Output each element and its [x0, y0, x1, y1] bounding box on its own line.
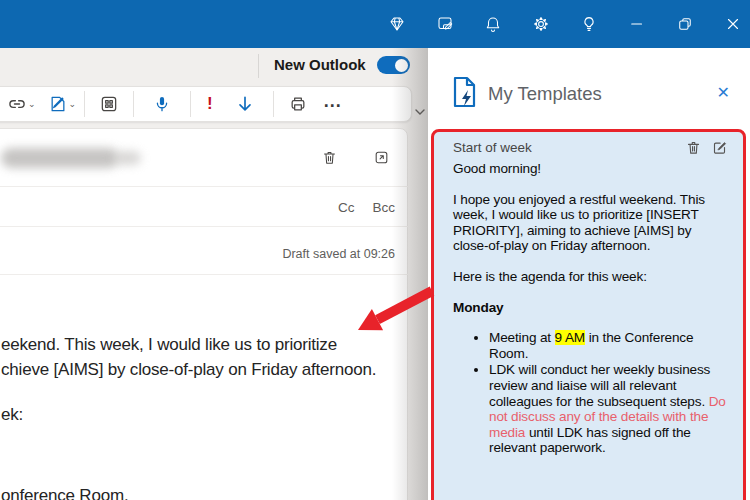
new-outlook-toggle[interactable] [377, 56, 410, 74]
template-agenda-intro: Here is the agenda for this week: [453, 269, 727, 285]
templates-addin-icon [451, 76, 478, 108]
apps-grid-icon[interactable] [91, 89, 127, 119]
compose-toolbar: ⌄ ⌄ ! [0, 86, 412, 122]
template-title: Start of week [453, 140, 675, 155]
template-paragraph: I hope you enjoyed a restful weekend. Th… [453, 192, 727, 254]
bullet-text: LDK will conduct her weekly business rev… [489, 362, 710, 408]
my-templates-panel: My Templates ✕ Start of week Good mornin… [428, 48, 750, 500]
header-divider [258, 54, 259, 78]
ccbcc-links: Cc Bcc [338, 200, 395, 215]
template-card-header: Start of week [453, 140, 727, 155]
delete-template-trash-icon[interactable] [686, 140, 701, 155]
settings-gear-icon[interactable] [531, 15, 550, 34]
cc-link[interactable]: Cc [338, 200, 355, 215]
minimize-icon[interactable] [627, 15, 646, 34]
print-icon[interactable] [280, 89, 316, 119]
bullet-text: Meeting at [489, 330, 555, 345]
template-greeting: Good morning! [453, 161, 727, 177]
insert-link-icon[interactable] [7, 89, 27, 119]
open-in-new-window-icon[interactable] [373, 149, 390, 166]
new-outlook-row: New Outlook [0, 48, 430, 86]
email-body-line[interactable]: chieve [AIMS] by close-of-play on Friday… [1, 360, 376, 380]
chevron-down-icon[interactable]: ⌄ [28, 99, 36, 109]
window-titlebar [0, 0, 750, 48]
signature-pen-icon[interactable] [48, 89, 68, 119]
more-options-icon[interactable]: ... [316, 89, 352, 119]
email-body-line[interactable]: ek: [1, 405, 23, 425]
premium-gem-icon[interactable] [387, 15, 406, 34]
template-bullet: Meeting at 9 AM in the Conference Room. [489, 330, 727, 361]
notifications-bell-icon[interactable] [483, 15, 502, 34]
new-outlook-label: New Outlook [274, 56, 366, 73]
toolbar-divider [84, 91, 85, 117]
email-body-line[interactable]: onference Room. [1, 486, 128, 500]
feedback-note-icon[interactable] [435, 15, 454, 34]
template-day-heading: Monday [453, 300, 727, 316]
recipient-redacted [115, 151, 141, 165]
email-body-line[interactable]: eekend. This week, I would like us to pr… [1, 335, 337, 355]
field-divider [0, 226, 409, 227]
mail-workspace: New Outlook ⌄ ⌄ [0, 48, 430, 500]
edit-template-icon[interactable] [712, 140, 727, 155]
bcc-link[interactable]: Bcc [372, 200, 395, 215]
collapse-ribbon-chevron-icon[interactable] [412, 104, 428, 120]
tips-lightbulb-icon[interactable] [579, 15, 598, 34]
toolbar-divider [190, 91, 191, 117]
template-card-start-of-week[interactable]: Start of week Good morning! I hope you e… [431, 129, 746, 500]
toolbar-divider [133, 91, 134, 117]
recipient-redacted [1, 148, 119, 168]
toggle-knob [395, 59, 408, 72]
template-bullet: LDK will conduct her weekly business rev… [489, 362, 727, 456]
dictate-mic-icon[interactable] [140, 89, 184, 119]
close-window-icon[interactable] [723, 15, 742, 34]
importance-high-icon[interactable]: ! [197, 89, 223, 119]
draft-saved-status: Draft saved at 09:26 [282, 247, 395, 261]
template-bullet-list: Meeting at 9 AM in the Conference Room. … [489, 330, 727, 456]
field-divider [0, 186, 409, 187]
template-body: Good morning! I hope you enjoyed a restf… [453, 161, 727, 456]
move-down-arrow-icon[interactable] [223, 89, 267, 119]
discard-trash-icon[interactable] [321, 149, 338, 166]
compose-pane: Cc Bcc Draft saved at 09:26 eekend. This… [0, 128, 408, 500]
highlighted-text: 9 AM [555, 330, 585, 345]
toolbar-divider [273, 91, 274, 117]
panel-header: My Templates ✕ [428, 48, 750, 128]
restore-icon[interactable] [675, 15, 694, 34]
titlebar-icon-group [387, 0, 742, 48]
field-divider [0, 274, 409, 275]
panel-close-icon[interactable]: ✕ [717, 83, 730, 102]
chevron-down-icon[interactable]: ⌄ [69, 99, 77, 109]
panel-title: My Templates [488, 83, 602, 105]
